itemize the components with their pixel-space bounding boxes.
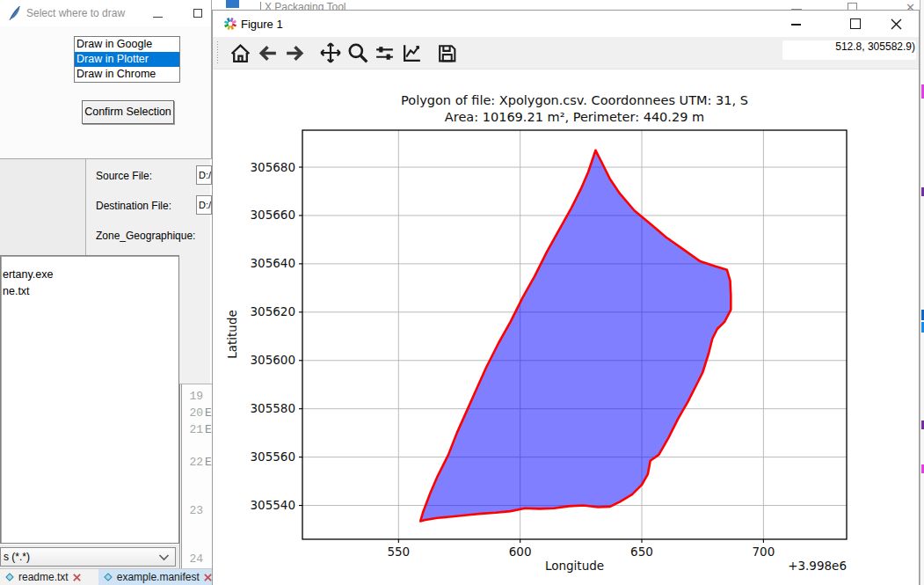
close-button[interactable]	[877, 11, 916, 37]
file-type-icon	[103, 572, 113, 582]
svg-text:305620: 305620	[250, 304, 295, 318]
home-icon	[229, 42, 251, 64]
editor-tab-readme.txt[interactable]: readme.txt	[0, 569, 86, 585]
feather-icon	[8, 5, 22, 21]
svg-text:305600: 305600	[250, 353, 295, 367]
close-icon[interactable]: ✕	[906, 2, 915, 10]
maximize-button[interactable]	[835, 11, 875, 37]
figure-titlebar[interactable]: Figure 1	[213, 11, 919, 37]
subplots-button[interactable]	[371, 40, 398, 67]
packaging-tool-titlebar: X Packaging Tool ✕	[212, 0, 924, 10]
maximize-button[interactable]	[848, 3, 857, 10]
close-icon	[877, 11, 916, 37]
listbox-item-2[interactable]: Draw in Chrome	[75, 67, 179, 82]
pan-button[interactable]	[316, 40, 344, 67]
minimize-button[interactable]	[776, 11, 816, 37]
close-tab-icon[interactable]	[72, 573, 82, 582]
plot-title-line2: Area: 10169.21 m², Perimeter: 440.29 m	[222, 110, 924, 124]
zoom-icon	[346, 41, 369, 64]
line-number: 19	[182, 390, 212, 403]
figure-window: Figure 1	[212, 10, 920, 585]
file-type-icon	[4, 572, 15, 582]
save-icon	[436, 42, 458, 64]
file-list-item[interactable]: ne.txt	[1, 283, 178, 300]
editor-tab-bar: readme.txt example.manifest	[0, 568, 212, 585]
draw-target-listbox[interactable]: Draw in GoogleDraw in PlotterDraw in Chr…	[74, 36, 180, 83]
svg-text:650: 650	[630, 545, 653, 559]
cursor-coordinate-readout: 512.8, 305582.9)	[835, 37, 915, 56]
packaging-tool-right-sliver	[920, 0, 924, 585]
tab-label: readme.txt	[18, 571, 69, 583]
svg-text:700: 700	[752, 545, 775, 559]
plot-canvas[interactable]: Polygon of file: Xpolygon.csv. Coordonne…	[213, 69, 919, 585]
window-title: Select where to draw	[26, 7, 125, 19]
svg-text:305680: 305680	[250, 160, 295, 174]
svg-text:550: 550	[387, 545, 410, 559]
back-arrow-icon	[257, 42, 279, 64]
svg-text:305560: 305560	[250, 450, 295, 464]
line-number: 20E	[182, 406, 212, 420]
zoom-button[interactable]	[344, 40, 371, 67]
editor-tab-example.manifest[interactable]: example.manifest	[98, 569, 217, 585]
tk-titlebar[interactable]: Select where to draw	[0, 0, 211, 26]
file-list[interactable]: ertany.exene.txt	[0, 255, 179, 544]
packaging-tool-title: X Packaging Tool	[265, 1, 346, 10]
listbox-item-0[interactable]: Draw in Google	[75, 37, 179, 52]
home-button[interactable]	[227, 40, 254, 67]
destination-file-label: Destination File:	[96, 200, 171, 212]
plot-title-line1: Polygon of file: Xpolygon.csv. Coordonne…	[222, 93, 924, 107]
svg-text:305660: 305660	[250, 208, 295, 222]
back-button[interactable]	[254, 40, 281, 67]
line-number: 21E	[182, 423, 212, 436]
zone-geographique-label: Zone_Geographique:	[96, 230, 195, 242]
figure-window-title: Figure 1	[241, 18, 283, 31]
line-number: 22E	[182, 456, 212, 469]
file-browser-window: ertany.exene.txt s (*.*)	[0, 255, 182, 568]
toolbar-grip[interactable]	[216, 41, 220, 64]
chevron-down-icon	[158, 554, 170, 561]
packaging-tool-icon	[226, 0, 239, 8]
tab-label: example.manifest	[117, 571, 200, 583]
select-where-to-draw-window: Select where to draw Draw in GoogleDraw …	[0, 0, 212, 159]
matplotlib-logo-icon	[223, 17, 237, 31]
line-number: 23	[182, 504, 212, 517]
svg-text:600: 600	[509, 545, 532, 559]
forward-button[interactable]	[281, 40, 309, 67]
minimize-button[interactable]	[143, 0, 173, 26]
forward-arrow-icon	[284, 42, 306, 64]
source-file-input[interactable]: D:/	[196, 165, 212, 185]
matplotlib-toolbar: 512.8, 305582.9)	[213, 37, 919, 69]
listbox-item-1[interactable]: Draw in Plotter	[75, 52, 179, 67]
save-button[interactable]	[433, 40, 461, 67]
divider	[260, 2, 261, 10]
file-type-filter-combobox[interactable]: s (*.*)	[0, 547, 176, 567]
maximize-button[interactable]	[185, 0, 212, 26]
file-list-item[interactable]: ertany.exe	[1, 267, 178, 283]
sliders-icon	[374, 42, 396, 64]
svg-text:305540: 305540	[250, 498, 295, 512]
destination-file-input[interactable]: D:/	[196, 195, 212, 215]
svg-text:305580: 305580	[250, 401, 295, 415]
polygon-plot: 5506006507003055403055603055803056003056…	[302, 130, 847, 539]
confirm-selection-button[interactable]: Confirm Selection	[82, 100, 174, 124]
line-number: 24	[182, 552, 212, 566]
source-file-label: Source File:	[96, 170, 152, 182]
y-axis-label: Latitude	[225, 264, 239, 405]
pan-icon	[319, 41, 342, 64]
minimize-button[interactable]	[791, 3, 802, 10]
customize-button[interactable]	[398, 40, 426, 67]
line-chart-icon	[401, 42, 423, 64]
svg-text:305640: 305640	[250, 256, 295, 270]
x-axis-offset-label: +3.998e6	[302, 559, 847, 573]
editor-line-number-strip: 1920E21E22E2324	[179, 384, 212, 568]
filter-value: s (*.*)	[4, 551, 30, 563]
